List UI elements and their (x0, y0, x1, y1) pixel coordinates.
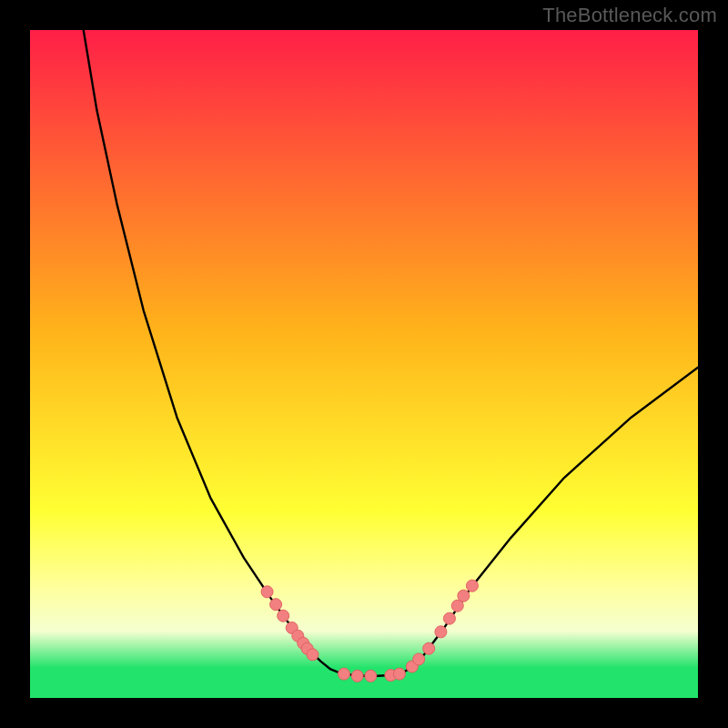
data-point (413, 653, 425, 665)
data-point (393, 668, 405, 680)
data-point (261, 586, 273, 598)
data-point (443, 612, 455, 624)
data-point (458, 590, 470, 602)
data-point (351, 670, 363, 682)
figure-root: TheBottleneck.com (0, 0, 728, 728)
gradient-background (30, 30, 698, 698)
data-point (307, 649, 318, 661)
data-point (466, 580, 478, 592)
data-point (423, 642, 435, 654)
data-point (270, 599, 282, 611)
data-point (365, 670, 377, 682)
data-point (435, 626, 447, 638)
data-point (338, 668, 349, 680)
watermark-text: TheBottleneck.com (542, 4, 717, 27)
chart-svg (30, 30, 698, 698)
plot-area (30, 30, 698, 698)
data-point (278, 610, 289, 622)
